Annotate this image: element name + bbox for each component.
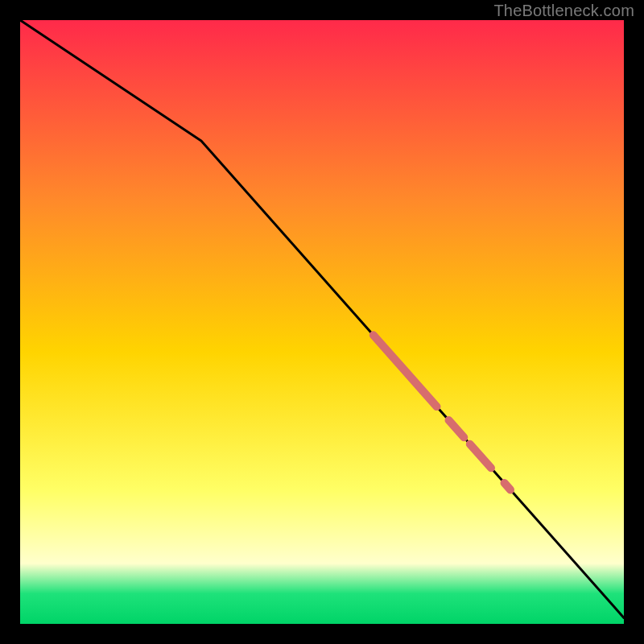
plot-background: [20, 20, 624, 624]
attribution-text: TheBottleneck.com: [493, 2, 634, 20]
bottleneck-chart: [0, 0, 644, 644]
line-marker: [505, 483, 511, 490]
chart-stage: TheBottleneck.com: [0, 0, 644, 644]
